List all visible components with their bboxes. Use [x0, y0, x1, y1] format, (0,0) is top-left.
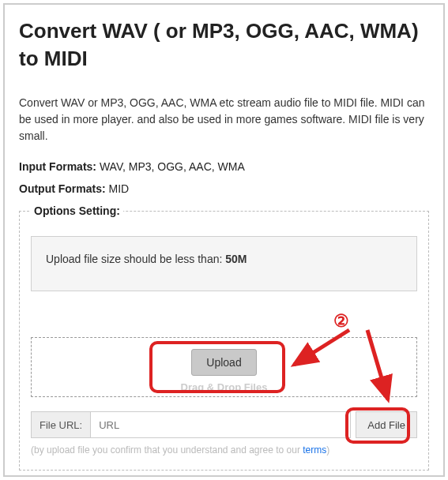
output-formats-value: MID [109, 182, 130, 195]
output-formats: Output Formats: MID [19, 182, 429, 195]
output-formats-label: Output Formats: [19, 182, 106, 195]
input-formats-value: WAV, MP3, OGG, AAC, WMA [100, 160, 245, 173]
input-formats-label: Input Formats: [19, 160, 96, 173]
disclaimer-prefix: (by upload file you confirm that you und… [31, 444, 303, 456]
terms-link[interactable]: terms [303, 444, 326, 456]
upload-disclaimer: (by upload file you confirm that you und… [31, 444, 417, 456]
svg-line-0 [294, 330, 349, 365]
page-title: Convert WAV ( or MP3, OGG, AAC, WMA) to … [19, 17, 429, 73]
info-text-prefix: Upload file size should be less than: [46, 253, 225, 265]
disclaimer-suffix: ) [326, 444, 329, 456]
description-text: Convert WAV or MP3, OGG, AAC, WMA etc st… [19, 95, 429, 144]
input-formats: Input Formats: WAV, MP3, OGG, AAC, WMA [19, 160, 429, 173]
annotation-box-upload [149, 341, 285, 393]
annotation-arrow-upload [284, 324, 363, 379]
annotation-arrow-addfile [360, 324, 407, 411]
info-text-value: 50M [225, 253, 247, 265]
file-url-label: File URL: [31, 411, 90, 438]
options-legend: Options Setting: [31, 204, 123, 217]
info-box: Upload file size should be less than: 50… [31, 236, 417, 291]
annotation-box-addfile [345, 407, 410, 444]
file-url-input[interactable] [90, 411, 351, 438]
svg-line-1 [367, 330, 388, 399]
